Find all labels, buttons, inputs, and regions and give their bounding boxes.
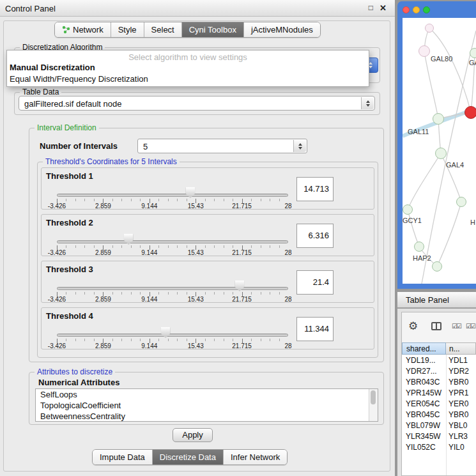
slider-track[interactable] bbox=[57, 287, 288, 290]
spinner-stepper-icon[interactable] bbox=[293, 140, 306, 152]
slider-track[interactable] bbox=[57, 334, 288, 337]
control-panel-window: Control Panel □ ✕ Network Style Select C… bbox=[0, 0, 395, 476]
network-node[interactable] bbox=[470, 48, 476, 58]
network-node[interactable] bbox=[418, 45, 430, 57]
column-header-name[interactable]: n... bbox=[446, 342, 476, 355]
numerical-attributes-list[interactable]: SelfLoops TopologicalCoefficient Between… bbox=[35, 388, 378, 422]
threshold-row: Threshold 2 -3.426 2.859 9.144 15.43 21.… bbox=[41, 214, 374, 256]
slider-track[interactable] bbox=[57, 240, 288, 243]
combo-stepper-icon[interactable] bbox=[361, 97, 374, 109]
table-data-combobox[interactable]: galFiltered.sif default node bbox=[19, 96, 375, 111]
table-data-selected-value: galFiltered.sif default node bbox=[24, 99, 121, 109]
gear-icon[interactable]: ⚙ bbox=[408, 319, 418, 333]
tab-impute-data[interactable]: Impute Data bbox=[93, 450, 152, 464]
tick-label: 2.859 bbox=[95, 249, 111, 256]
cell-name: YER0 bbox=[449, 399, 468, 408]
close-icon[interactable]: ✕ bbox=[380, 3, 387, 13]
float-window-icon[interactable]: □ bbox=[369, 3, 373, 12]
network-node[interactable] bbox=[425, 24, 434, 33]
table-row[interactable]: YDL19... YDL1 bbox=[402, 355, 476, 365]
threshold-row: Threshold 4 -3.426 2.859 9.144 15.43 21.… bbox=[41, 307, 374, 349]
toggle-selection-check-icon[interactable]: ☑☑ bbox=[466, 323, 475, 330]
cell-shared-name: YLR345W bbox=[406, 432, 441, 441]
cell-shared-name: YIL052C bbox=[406, 443, 436, 452]
apply-button[interactable]: Apply bbox=[173, 428, 213, 442]
number-of-intervals-label: Number of Intervals bbox=[40, 141, 118, 151]
tab-infer-network[interactable]: Infer Network bbox=[223, 450, 287, 464]
tab-label: Network bbox=[73, 22, 104, 37]
zoom-traffic-light-icon[interactable] bbox=[423, 6, 430, 13]
threshold-value-field[interactable]: 14.713 bbox=[296, 177, 334, 201]
column-header-shared-name[interactable]: shared... bbox=[402, 342, 446, 355]
threshold-row: Threshold 3 -3.426 2.859 9.144 15.43 21.… bbox=[41, 261, 374, 303]
tab-network[interactable]: Network bbox=[55, 22, 111, 37]
thresholds-group-label: Threshold's Coordinates for 5 Intervals bbox=[43, 157, 180, 166]
network-node[interactable] bbox=[456, 197, 466, 207]
cell-name: YDL1 bbox=[449, 356, 468, 365]
slider-track[interactable] bbox=[57, 194, 288, 197]
table-row[interactable]: YBL079W YBL0 bbox=[402, 420, 476, 431]
network-node[interactable] bbox=[414, 242, 424, 252]
slider-tick-labels: -3.426 2.859 9.144 15.43 21.715 28 bbox=[57, 203, 288, 210]
close-traffic-light-icon[interactable] bbox=[403, 6, 410, 13]
minimize-traffic-light-icon[interactable] bbox=[413, 6, 420, 13]
scrollbar-thumb[interactable] bbox=[371, 390, 376, 404]
threshold-value-field[interactable]: 11.344 bbox=[296, 317, 334, 341]
numerical-attributes-label: Numerical Attributes bbox=[38, 378, 119, 387]
list-item[interactable]: TopologicalCoefficient bbox=[36, 400, 378, 411]
table-row[interactable]: YIL052C YIL0 bbox=[402, 441, 476, 452]
titlebar[interactable]: Control Panel □ ✕ bbox=[0, 0, 395, 17]
window-title: Control Panel bbox=[5, 4, 56, 13]
list-scrollbar[interactable] bbox=[369, 389, 378, 421]
cell-name: YBR0 bbox=[449, 378, 468, 387]
attributes-group-label: Attributes to discretize bbox=[35, 367, 115, 376]
list-item[interactable]: SelfLoops bbox=[36, 389, 378, 400]
tick-label: 2.859 bbox=[95, 203, 111, 210]
network-node[interactable] bbox=[403, 204, 413, 215]
intervals-value: 5 bbox=[143, 142, 148, 151]
tick-label: 2.859 bbox=[95, 296, 111, 303]
threshold-slider[interactable] bbox=[57, 331, 288, 339]
slider-tick-labels: -3.426 2.859 9.144 15.43 21.715 28 bbox=[57, 296, 288, 303]
table-panel: ⚙ ☑☑ ☑☑ shared... n... YDL19... YDL1 YDR… bbox=[397, 309, 476, 476]
table-toolbar: ⚙ ☑☑ ☑☑ bbox=[402, 312, 476, 343]
slider-tick-labels: -3.426 2.859 9.144 15.43 21.715 28 bbox=[57, 249, 288, 257]
threshold-slider[interactable] bbox=[57, 191, 288, 199]
threshold-slider[interactable] bbox=[57, 284, 288, 292]
popup-item-equal-width-frequency[interactable]: Equal Width/Frequency Discretization bbox=[7, 73, 369, 85]
network-canvas[interactable]: GAL80 GAL11 GAL4 GCY1 HAP2 GA H bbox=[403, 18, 476, 284]
table-row[interactable]: YPR145W YPR1 bbox=[402, 387, 476, 398]
network-node[interactable] bbox=[435, 148, 447, 159]
threshold-value-field[interactable]: 6.316 bbox=[296, 224, 334, 248]
popup-item-manual-discretization[interactable]: Manual Discretization bbox=[7, 62, 369, 73]
network-view-window[interactable]: GAL80 GAL11 GAL4 GCY1 HAP2 GA H bbox=[397, 1, 476, 289]
tick-label: 21.715 bbox=[232, 249, 252, 256]
table-row[interactable]: YLR345W YLR3 bbox=[402, 431, 476, 441]
table-panel-header[interactable]: Table Panel bbox=[397, 291, 476, 308]
table-row[interactable]: YDR27... YDR2 bbox=[402, 365, 476, 376]
table-panel-inner: ⚙ ☑☑ ☑☑ shared... n... YDL19... YDL1 YDR… bbox=[401, 312, 476, 476]
network-node[interactable] bbox=[433, 113, 444, 125]
tab-jactivemnodules[interactable]: jActiveMNodules bbox=[243, 22, 320, 37]
cell-shared-name: YPR145W bbox=[406, 388, 441, 397]
columns-icon[interactable] bbox=[431, 322, 441, 330]
select-columns-check-icon[interactable]: ☑☑ bbox=[452, 323, 461, 330]
tab-cyni-toolbox[interactable]: Cyni Toolbox bbox=[181, 22, 243, 37]
network-node[interactable] bbox=[432, 261, 442, 272]
threshold-label: Threshold 1 bbox=[46, 171, 93, 181]
tab-discretize-data[interactable]: Discretize Data bbox=[152, 450, 223, 464]
threshold-label: Threshold 3 bbox=[46, 265, 93, 274]
node-label: H bbox=[470, 219, 475, 226]
table-row[interactable]: YBR043C YBR0 bbox=[402, 376, 476, 387]
tick-label: 28 bbox=[284, 203, 291, 210]
threshold-slider[interactable] bbox=[57, 238, 288, 245]
list-item[interactable]: BetweennessCentrality bbox=[36, 411, 378, 422]
table-row[interactable]: YER054C YER0 bbox=[402, 398, 476, 409]
tab-style[interactable]: Style bbox=[111, 22, 144, 37]
tab-select[interactable]: Select bbox=[144, 22, 181, 37]
table-row[interactable]: YBR045C YBR0 bbox=[402, 409, 476, 420]
threshold-value-field[interactable]: 21.4 bbox=[296, 270, 334, 295]
cell-name: YPR1 bbox=[449, 388, 468, 397]
network-node-selected[interactable] bbox=[464, 106, 476, 119]
intervals-spinner[interactable]: 5 bbox=[137, 139, 307, 153]
